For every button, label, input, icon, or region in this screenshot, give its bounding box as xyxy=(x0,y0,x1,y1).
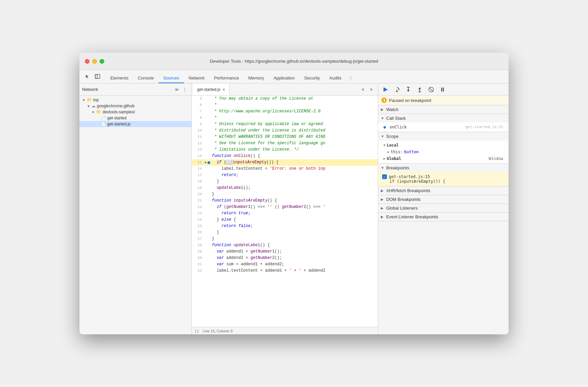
code-line-20: 20 } xyxy=(192,191,378,198)
resume-button[interactable] xyxy=(381,85,390,94)
event-listener-breakpoints-header[interactable]: ▶ Event Listener Breakpoints xyxy=(378,213,509,221)
code-line-28: 28 function updateLabel() { xyxy=(192,242,378,248)
dom-breakpoints-header[interactable]: ▶ DOM Breakpoints xyxy=(378,195,509,204)
tab-audits[interactable]: Audits xyxy=(325,73,346,83)
tree-item-googlechrome[interactable]: ▼ ☁ googlechrome.github xyxy=(79,103,191,109)
breakpoint-code: if (inputsAreEmpty()) { xyxy=(382,179,505,184)
minimize-button[interactable] xyxy=(92,59,97,64)
tree-label-googlechrome: googlechrome.github xyxy=(97,104,134,108)
call-stack-section-header[interactable]: ▼ Call Stack xyxy=(378,114,509,122)
code-line-23: 23 return true; xyxy=(192,210,378,217)
call-stack-toggle-icon: ▼ xyxy=(381,116,385,120)
maximize-button[interactable] xyxy=(100,59,104,64)
scope-section-header[interactable]: ▼ Scope xyxy=(378,132,509,141)
tab-performance[interactable]: Performance xyxy=(209,73,243,83)
tree-item-get-started[interactable]: 📄 get-started xyxy=(79,115,191,121)
scope-label: Scope xyxy=(386,134,399,139)
code-line-22: 22 if (getNumber1() === '' || getNumber2… xyxy=(192,204,378,210)
global-listeners-header[interactable]: ▶ Global Listeners xyxy=(378,204,509,213)
dock-icon[interactable] xyxy=(94,72,102,80)
debug-panel: ℹ Paused on breakpoint ▶ Watch ▼ Call St… xyxy=(378,84,509,334)
sidebar-more-icon[interactable]: ≫ xyxy=(173,86,181,94)
breakpoints-label: Breakpoints xyxy=(386,165,409,170)
watch-section-header[interactable]: ▶ Watch xyxy=(378,105,509,114)
cursor-icon[interactable] xyxy=(83,72,92,80)
dom-toggle-icon: ▶ xyxy=(381,198,385,201)
global-toggle-icon: ▶ xyxy=(384,157,385,160)
breakpoint-checkbox[interactable]: ✓ xyxy=(382,174,387,179)
file-sidebar: Network ≫ ⋮ ▼ 📁 top ▼ ☁ googlechrome.git… xyxy=(79,84,192,334)
global-label: Global xyxy=(387,156,401,161)
tree-item-devtools-samples[interactable]: ▼ 📁 devtools-samples/ xyxy=(79,109,191,115)
breakpoint-notice-text: Paused on breakpoint xyxy=(389,98,431,103)
tab-elements[interactable]: Elements xyxy=(106,73,133,83)
notice-icon: ℹ xyxy=(381,98,387,103)
code-line-19: 19 updateLabel(); xyxy=(192,185,378,191)
code-line-9: 9 * Unless required by applicable law or… xyxy=(192,121,378,127)
event-listener-label: Event Listener Breakpoints xyxy=(386,214,438,219)
code-line-12: 12 * See the License for the specific la… xyxy=(192,140,378,147)
call-stack-location: get-started.js:15 xyxy=(465,125,503,129)
breakpoints-section-header[interactable]: ▼ Breakpoints xyxy=(378,164,509,172)
step-over-button[interactable] xyxy=(392,85,402,94)
window-title: Developer Tools - https://googlechrome.g… xyxy=(210,59,378,64)
xhr-breakpoints-header[interactable]: ▶ XHR/fetch Breakpoints xyxy=(378,186,509,195)
watch-toggle-icon: ▶ xyxy=(381,108,385,111)
xhr-label: XHR/fetch Breakpoints xyxy=(386,188,430,193)
editor-tab-bar: get-started.js × xyxy=(192,84,378,96)
tab-security[interactable]: Security xyxy=(299,73,325,83)
code-line-30: 30 var addend2 = getNumber2(); xyxy=(192,255,378,261)
tab-memory[interactable]: Memory xyxy=(244,73,269,83)
breakpoints-toggle-icon: ▼ xyxy=(381,166,385,170)
editor-status-bar: { } Line 15, Column 3 xyxy=(192,327,378,334)
call-stack-item-onclick[interactable]: ● onClick get-started.js:15 xyxy=(378,124,509,130)
editor-nav-right-icon[interactable] xyxy=(367,86,375,94)
scope-section: ▼ Scope ▼ Local ▶ this: button xyxy=(378,132,509,164)
scope-toggle-icon: ▼ xyxy=(381,134,385,138)
tab-sources[interactable]: Sources xyxy=(159,73,184,83)
editor-tab-close-icon[interactable]: × xyxy=(222,87,225,92)
tab-network[interactable]: Network xyxy=(184,73,210,83)
code-line-11: 11 * WITHOUT WARRANTIES OR CONDITIONS OF… xyxy=(192,134,378,140)
close-button[interactable] xyxy=(85,59,90,64)
file-tree: ▼ 📁 top ▼ ☁ googlechrome.github ▼ 📁 devt… xyxy=(79,96,191,334)
step-out-button[interactable] xyxy=(415,85,424,94)
scope-global-header[interactable]: ▶ Global Window xyxy=(378,155,509,162)
event-listener-toggle-icon: ▶ xyxy=(381,215,385,219)
code-line-21: 21 function inputsAreEmpty() { xyxy=(192,198,378,204)
call-stack-fn-name: ● onClick xyxy=(384,125,407,129)
tree-item-top[interactable]: ▼ 📁 top xyxy=(79,97,191,103)
svg-rect-18 xyxy=(443,88,444,92)
format-button[interactable]: { } xyxy=(195,329,198,333)
svg-marker-3 xyxy=(370,88,373,91)
call-stack-label: Call Stack xyxy=(386,116,406,121)
debug-toolbar xyxy=(378,84,509,96)
editor-tab-label: get-started.js xyxy=(197,87,220,92)
editor-tab-get-started-js[interactable]: get-started.js × xyxy=(193,84,230,95)
tab-console[interactable]: Console xyxy=(133,73,159,83)
svg-rect-17 xyxy=(441,88,442,92)
more-tabs-button[interactable]: ⋮ xyxy=(346,73,356,83)
watch-section: ▶ Watch xyxy=(378,105,509,114)
sidebar-menu-icon[interactable]: ⋮ xyxy=(181,86,189,94)
traffic-lights xyxy=(85,59,104,64)
global-listeners-label: Global Listeners xyxy=(386,206,418,211)
devtools-window: Developer Tools - https://googlechrome.g… xyxy=(79,53,509,334)
code-line-27: 27 } xyxy=(192,236,378,242)
dom-label: DOM Breakpoints xyxy=(386,197,421,202)
step-into-button[interactable] xyxy=(404,85,413,94)
sidebar-label: Network xyxy=(82,87,98,92)
global-value: Window xyxy=(489,156,503,161)
main-content: Network ≫ ⋮ ▼ 📁 top ▼ ☁ googlechrome.git… xyxy=(79,84,509,334)
local-toggle-icon: ▼ xyxy=(384,144,385,147)
code-line-6: 6 * xyxy=(192,102,378,108)
pause-on-exceptions-button[interactable] xyxy=(438,85,447,94)
tab-application[interactable]: Application xyxy=(269,73,300,83)
code-content-area[interactable]: 5 * You may obtain a copy of the License… xyxy=(192,96,378,327)
tree-item-get-started-js[interactable]: 📄 get-started.js xyxy=(79,121,191,127)
editor-nav-left-icon[interactable] xyxy=(359,86,367,94)
deactivate-breakpoints-button[interactable] xyxy=(426,85,436,94)
tree-label-devtools-samples: devtools-samples/ xyxy=(103,110,135,114)
breakpoint-item-1: ✓ get-started.js:15 if (inputsAreEmpty()… xyxy=(378,173,509,185)
scope-local-header[interactable]: ▼ Local xyxy=(378,142,509,149)
